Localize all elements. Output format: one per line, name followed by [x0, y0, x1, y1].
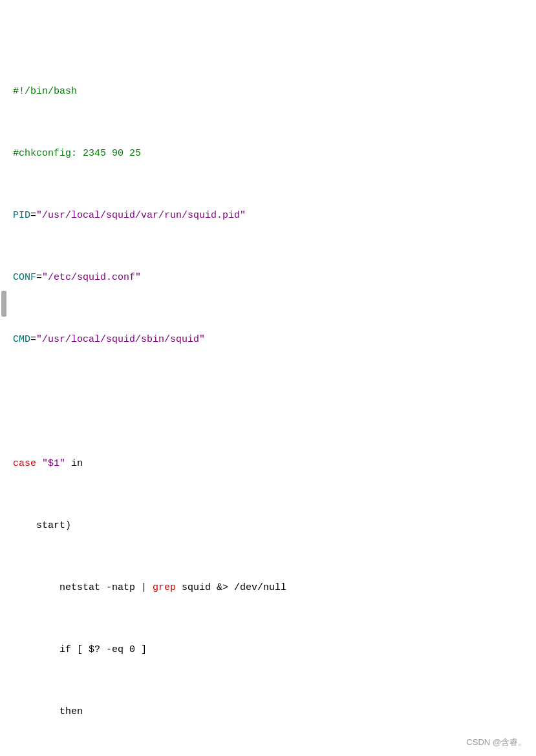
- netstat-1: netstat -natp |: [59, 582, 153, 593]
- str-cmd-val: "/usr/local/squid/sbin/squid": [36, 334, 205, 345]
- str-1: "$1": [42, 458, 65, 469]
- code-line: netstat -natp | grep squid &> /dev/null: [13, 580, 536, 596]
- code-line: PID="/usr/local/squid/var/run/squid.pid": [13, 208, 536, 224]
- str-conf-val: "/etc/squid.conf": [42, 272, 141, 283]
- then-1: then: [59, 706, 83, 717]
- code-editor: #!/bin/bash #chkconfig: 2345 90 25 PID="…: [13, 6, 536, 756]
- code-line: CONF="/etc/squid.conf": [13, 270, 536, 286]
- watermark: CSDN @含睿。: [466, 736, 526, 750]
- kw-case: case: [13, 458, 36, 469]
- code-line: then: [13, 704, 536, 720]
- chkconfig: #chkconfig: 2345 90 25: [13, 148, 141, 159]
- code-line: CMD="/usr/local/squid/sbin/squid": [13, 332, 536, 348]
- code-line: [13, 394, 536, 410]
- var-conf: CONF: [13, 272, 36, 283]
- code-line: #!/bin/bash: [13, 84, 536, 100]
- str-pid-val: "/usr/local/squid/var/run/squid.pid": [36, 210, 246, 221]
- code-line: case "$1" in: [13, 456, 536, 472]
- code-line: if [ $? -eq 0 ]: [13, 642, 536, 658]
- code-line: #chkconfig: 2345 90 25: [13, 146, 536, 162]
- kw-grep-1: grep: [153, 582, 176, 593]
- var-pid: PID: [13, 210, 30, 221]
- scrollbar[interactable]: [1, 291, 6, 317]
- case-start: start): [36, 520, 71, 531]
- code-line: start): [13, 518, 536, 534]
- shebang: #!/bin/bash: [13, 86, 77, 97]
- if-1: if [ $? -eq 0 ]: [59, 644, 147, 655]
- var-cmd: CMD: [13, 334, 30, 345]
